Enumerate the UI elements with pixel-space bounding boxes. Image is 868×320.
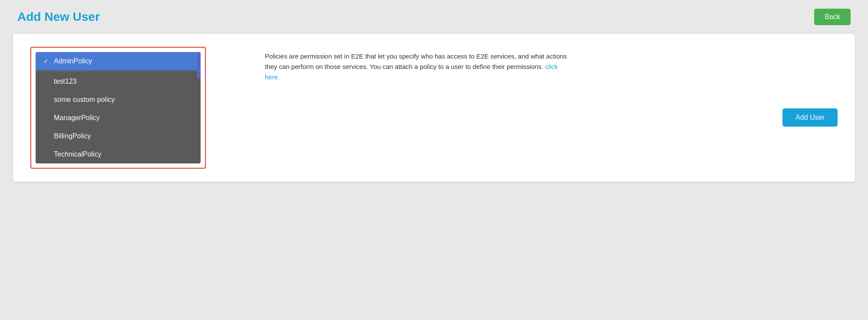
dropdown-item-label: some custom policy (54, 96, 115, 104)
dropdown-item-billingpolicy[interactable]: BillingPolicy (36, 127, 201, 145)
dropdown-item-test123[interactable]: test123 (36, 72, 201, 91)
page-header: Add New User Back (13, 9, 855, 25)
policy-dropdown-list[interactable]: ✓ AdminPolicy test123 some custom policy… (36, 52, 201, 163)
policy-description: Policies are permission set in E2E that … (265, 51, 569, 82)
check-icon: ✓ (43, 58, 50, 65)
dropdown-item-label: AdminPolicy (54, 57, 92, 65)
dropdown-item-technicalpolicy[interactable]: TechnicalPolicy (36, 145, 201, 163)
dropdown-item-label: ManagerPolicy (54, 114, 100, 122)
scrollbar-thumb[interactable] (197, 52, 201, 78)
add-user-button[interactable]: Add User (782, 108, 838, 127)
dropdown-item-label: BillingPolicy (54, 132, 91, 140)
divider (36, 71, 201, 72)
main-card: ✓ AdminPolicy test123 some custom policy… (13, 34, 855, 182)
page-title: Add New User (17, 10, 100, 24)
dropdown-item-label: TechnicalPolicy (54, 150, 101, 158)
dropdown-wrapper: ✓ AdminPolicy test123 some custom policy… (30, 47, 206, 169)
dropdown-item-managerpolicy[interactable]: ManagerPolicy (36, 109, 201, 127)
dropdown-item-some-custom-policy[interactable]: some custom policy (36, 91, 201, 109)
right-panel: Policies are permission set in E2E that … (265, 47, 838, 127)
description-text: Policies are permission set in E2E that … (265, 52, 567, 70)
dropdown-item-label: test123 (54, 78, 76, 85)
left-panel: ✓ AdminPolicy test123 some custom policy… (30, 47, 239, 169)
back-button[interactable]: Back (814, 9, 851, 25)
dropdown-item-adminpolicy[interactable]: ✓ AdminPolicy (36, 52, 201, 70)
add-user-area: Add User (265, 108, 838, 127)
